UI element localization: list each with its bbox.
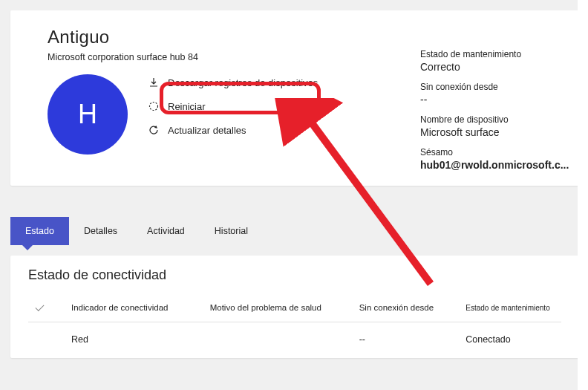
device-name: Nombre de dispositivo Microsoft surface	[420, 114, 569, 138]
col-indicator[interactable]: Indicador de conectividad	[65, 293, 204, 322]
device-header-card: Antiguo Microsoft corporation surface hu…	[10, 10, 579, 186]
tab-estado[interactable]: Estado	[10, 217, 69, 245]
check-icon	[34, 301, 46, 313]
cell-indicator: Red	[65, 322, 204, 351]
connectivity-table: Indicador de conectividad Motivo del pro…	[28, 293, 561, 351]
avatar: H	[48, 74, 128, 155]
refresh-details-label: Actualizar detalles	[168, 125, 246, 136]
refresh-details-action[interactable]: Actualizar detalles	[146, 122, 319, 138]
sesame-label: Sésamo	[420, 147, 569, 157]
device-name-label: Nombre de dispositivo	[420, 114, 569, 125]
table-header-row: Indicador de conectividad Motivo del pro…	[28, 293, 561, 322]
tab-historial[interactable]: Historial	[200, 217, 263, 245]
svg-point-0	[150, 103, 158, 111]
tab-detalles[interactable]: Detalles	[69, 217, 132, 245]
maintenance-state: Estado de mantenimiento Correcto	[420, 49, 569, 73]
maintenance-state-label: Estado de mantenimiento	[420, 49, 569, 59]
tab-label: Historial	[215, 226, 248, 236]
cell-offline: --	[353, 322, 460, 351]
offline-since-label: Sin conexión desde	[420, 82, 569, 92]
table-row[interactable]: Red -- Conectado	[28, 322, 561, 351]
header-left-row: H Descargar registros de dispositivos	[48, 70, 396, 155]
tab-label: Actividad	[147, 226, 185, 236]
download-logs-label: Descargar registros de dispositivos	[168, 77, 318, 88]
restart-icon	[147, 100, 160, 112]
page-right-edge	[578, 0, 588, 390]
select-all-header[interactable]	[28, 293, 65, 322]
sesame-value: hub01@rwold.onmicrosoft.c...	[420, 159, 569, 171]
download-logs-action[interactable]: Descargar registros de dispositivos	[146, 74, 319, 91]
connectivity-title: Estado de conectividad	[28, 267, 561, 283]
tab-label: Detalles	[84, 226, 117, 236]
cell-reason	[204, 322, 353, 351]
col-reason[interactable]: Motivo del problema de salud	[204, 293, 353, 322]
col-offline[interactable]: Sin conexión desde	[353, 293, 460, 322]
device-model: Microsoft corporation surface hub 84	[48, 52, 396, 62]
download-icon	[147, 77, 160, 88]
cell-state: Conectado	[460, 322, 561, 351]
header-left: Antiguo Microsoft corporation surface hu…	[48, 27, 396, 171]
offline-since: Sin conexión desde --	[420, 82, 569, 105]
tab-label: Estado	[25, 226, 54, 236]
refresh-icon	[147, 124, 160, 136]
connectivity-panel: Estado de conectividad Indicador de cone…	[10, 256, 579, 358]
device-actions: Descargar registros de dispositivos Rein…	[146, 70, 319, 138]
sesame: Sésamo hub01@rwold.onmicrosoft.c...	[420, 147, 569, 171]
col-state[interactable]: Estado de mantenimiento	[460, 293, 561, 322]
restart-label: Reiniciar	[168, 101, 206, 112]
device-title: Antiguo	[48, 27, 396, 48]
offline-since-value: --	[420, 94, 569, 105]
device-properties: Estado de mantenimiento Correcto Sin con…	[404, 27, 569, 171]
restart-action[interactable]: Reiniciar	[146, 98, 319, 114]
tab-actividad[interactable]: Actividad	[132, 217, 200, 245]
tabstrip: Estado Detalles Actividad Historial	[10, 217, 579, 245]
device-name-value: Microsoft surface	[420, 126, 569, 138]
maintenance-state-value: Correcto	[420, 61, 569, 73]
